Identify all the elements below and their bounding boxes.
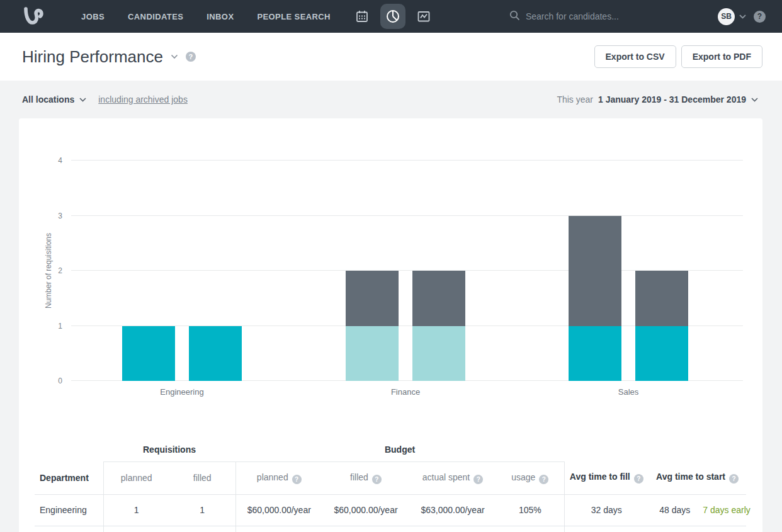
cell-req-planned: 1 bbox=[103, 494, 169, 526]
table-row: Engineering 1 1 $60,000.00/year $60,000.… bbox=[35, 494, 746, 526]
search-input[interactable] bbox=[526, 11, 636, 21]
col-department: Department bbox=[35, 461, 103, 494]
bar-segment-sales-1 bbox=[569, 216, 621, 326]
bar-segment-sales-1 bbox=[569, 326, 621, 382]
col-budget-filled: filled? bbox=[322, 461, 409, 494]
bar-segment-sales-2 bbox=[635, 271, 688, 326]
col-avg-time-to-start: Avg time to start? bbox=[649, 461, 746, 494]
cell-budget-planned: $60,000.00/year bbox=[235, 494, 322, 526]
period-label: This year bbox=[557, 94, 593, 105]
nav-right-group: SB ? bbox=[718, 8, 766, 25]
chevron-down-icon bbox=[79, 98, 86, 102]
report-card: Number of requisitions 01234EngineeringF… bbox=[19, 118, 762, 532]
filter-bar: All locations including archived jobs Th… bbox=[0, 81, 782, 118]
cell-avg-time-to-fill: 32 days bbox=[564, 494, 649, 526]
reports-pie-chart-icon[interactable] bbox=[380, 4, 405, 29]
chevron-down-icon bbox=[739, 14, 746, 19]
menu-inbox[interactable]: INBOX bbox=[207, 12, 234, 21]
period-value: 1 January 2019 - 31 December 2019 bbox=[598, 94, 746, 105]
y-tick-label: 1 bbox=[42, 321, 62, 331]
avg-start-value: 48 days bbox=[659, 505, 690, 515]
col-budget-planned: planned? bbox=[235, 461, 322, 494]
requisitions-bar-chart: Number of requisitions 01234EngineeringF… bbox=[19, 118, 762, 405]
bar-segment-sales-2 bbox=[635, 326, 688, 382]
gridline bbox=[71, 215, 743, 216]
col-usage: usage? bbox=[496, 461, 564, 494]
date-range-dropdown[interactable]: This year 1 January 2019 - 31 December 2… bbox=[557, 94, 758, 105]
col-req-planned: planned bbox=[103, 461, 169, 494]
help-icon[interactable]: ? bbox=[729, 474, 739, 484]
nav-icon-group bbox=[349, 4, 436, 29]
report-title-dropdown[interactable]: Hiring Performance bbox=[22, 47, 178, 67]
candidate-search bbox=[509, 10, 645, 23]
export-buttons: Export to CSV Export to PDF bbox=[594, 45, 762, 68]
table-group-header-row: Requisitions Budget bbox=[35, 438, 746, 461]
help-icon[interactable]: ? bbox=[292, 475, 302, 484]
cell-department: Engineering bbox=[35, 494, 103, 526]
menu-candidates[interactable]: CANDIDATES bbox=[128, 12, 183, 21]
archived-jobs-link[interactable]: including archived jobs bbox=[98, 94, 188, 105]
bar-segment-engineering-1 bbox=[122, 326, 175, 382]
cell-usage: 105% bbox=[496, 494, 564, 526]
col-actual-spent: actual spent? bbox=[409, 461, 496, 494]
main-menu: JOBS CANDIDATES INBOX PEOPLE SEARCH bbox=[81, 12, 331, 21]
bar-plot: 01234EngineeringFinanceSales bbox=[71, 161, 743, 381]
avatar: SB bbox=[718, 8, 735, 25]
cell-budget-filled: $60,000.00/year bbox=[322, 494, 409, 526]
top-navbar: JOBS CANDIDATES INBOX PEOPLE SEARCH bbox=[0, 0, 782, 33]
y-tick-label: 4 bbox=[42, 156, 62, 166]
x-category-label: Engineering bbox=[160, 387, 203, 397]
menu-jobs[interactable]: JOBS bbox=[81, 12, 105, 21]
early-note: 7 days early bbox=[703, 505, 750, 515]
group-header-requisitions: Requisitions bbox=[103, 438, 235, 461]
y-tick-label: 0 bbox=[42, 376, 62, 386]
calendar-icon[interactable] bbox=[349, 4, 375, 29]
table-column-header-row: Department planned filled planned? fille… bbox=[35, 461, 746, 494]
y-tick-label: 3 bbox=[42, 211, 62, 221]
export-pdf-button[interactable]: Export to PDF bbox=[681, 45, 762, 68]
help-icon[interactable]: ? bbox=[754, 11, 766, 23]
bar-segment-finance-2 bbox=[412, 271, 465, 326]
chevron-down-icon bbox=[751, 98, 758, 102]
page-header: Hiring Performance ? Export to CSV Expor… bbox=[0, 33, 782, 81]
location-filter-dropdown[interactable]: All locations bbox=[22, 94, 86, 105]
performance-table: Requisitions Budget Department planned f… bbox=[35, 438, 746, 532]
user-menu[interactable]: SB bbox=[718, 8, 746, 25]
x-category-label: Finance bbox=[391, 387, 420, 397]
bar-segment-finance-1 bbox=[346, 326, 399, 382]
bar-segment-engineering-2 bbox=[189, 326, 242, 382]
x-category-label: Sales bbox=[618, 387, 639, 397]
page-title: Hiring Performance bbox=[22, 47, 163, 67]
y-tick-label: 2 bbox=[42, 266, 62, 276]
help-icon[interactable]: ? bbox=[539, 475, 548, 484]
menu-people-search[interactable]: PEOPLE SEARCH bbox=[257, 12, 330, 21]
export-csv-button[interactable]: Export to CSV bbox=[594, 45, 676, 68]
report-help-icon[interactable]: ? bbox=[186, 52, 196, 62]
search-icon bbox=[509, 10, 520, 23]
col-avg-time-to-fill: Avg time to fill? bbox=[564, 461, 649, 494]
table-row-partial bbox=[35, 526, 746, 532]
location-filter-label: All locations bbox=[22, 94, 74, 105]
bar-segment-finance-1 bbox=[346, 271, 399, 326]
cell-actual-spent: $63,000.00/year bbox=[409, 494, 496, 526]
activity-chart-icon[interactable] bbox=[411, 4, 436, 29]
col-req-filled: filled bbox=[169, 461, 235, 494]
gridline bbox=[71, 160, 743, 161]
bar-segment-finance-2 bbox=[412, 326, 465, 382]
cell-avg-time-to-start: 48 days 7 days early bbox=[649, 494, 746, 526]
help-icon[interactable]: ? bbox=[634, 474, 643, 484]
help-icon[interactable]: ? bbox=[473, 475, 483, 484]
help-icon[interactable]: ? bbox=[372, 475, 382, 484]
chevron-down-icon bbox=[171, 54, 178, 59]
group-header-budget: Budget bbox=[235, 438, 564, 461]
workable-logo[interactable] bbox=[22, 6, 46, 26]
cell-req-filled: 1 bbox=[169, 494, 235, 526]
